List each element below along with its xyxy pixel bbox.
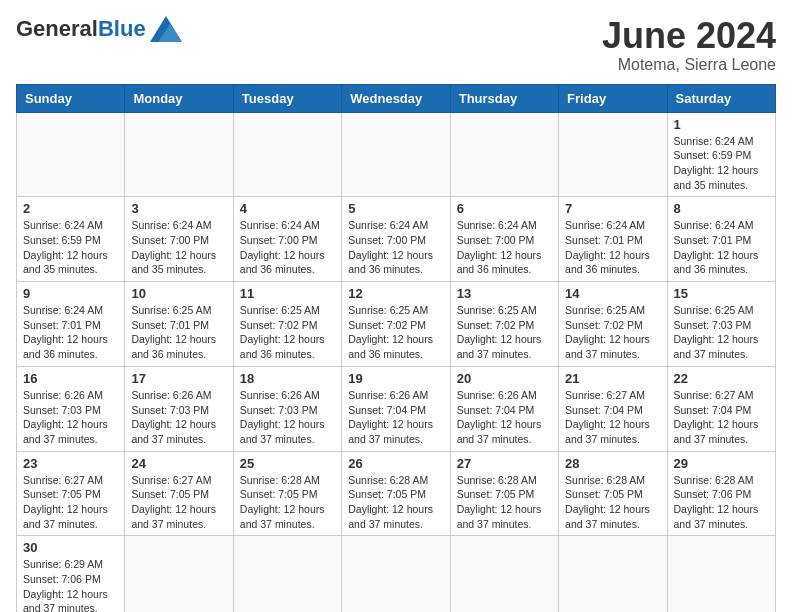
- table-row: 8Sunrise: 6:24 AMSunset: 7:01 PMDaylight…: [667, 197, 775, 282]
- table-row: 10Sunrise: 6:25 AMSunset: 7:01 PMDayligh…: [125, 282, 233, 367]
- table-row: [17, 112, 125, 197]
- table-row: 17Sunrise: 6:26 AMSunset: 7:03 PMDayligh…: [125, 366, 233, 451]
- table-row: 18Sunrise: 6:26 AMSunset: 7:03 PMDayligh…: [233, 366, 341, 451]
- calendar-week-row: 2Sunrise: 6:24 AMSunset: 6:59 PMDaylight…: [17, 197, 776, 282]
- table-row: [559, 536, 667, 612]
- calendar-week-row: 1Sunrise: 6:24 AMSunset: 6:59 PMDaylight…: [17, 112, 776, 197]
- table-row: [667, 536, 775, 612]
- table-row: [233, 536, 341, 612]
- calendar-table: Sunday Monday Tuesday Wednesday Thursday…: [16, 84, 776, 612]
- table-row: 23Sunrise: 6:27 AMSunset: 7:05 PMDayligh…: [17, 451, 125, 536]
- table-row: 6Sunrise: 6:24 AMSunset: 7:00 PMDaylight…: [450, 197, 558, 282]
- table-row: 26Sunrise: 6:28 AMSunset: 7:05 PMDayligh…: [342, 451, 450, 536]
- weekday-header-row: Sunday Monday Tuesday Wednesday Thursday…: [17, 84, 776, 112]
- logo-icon: [150, 16, 182, 42]
- table-row: 15Sunrise: 6:25 AMSunset: 7:03 PMDayligh…: [667, 282, 775, 367]
- table-row: [342, 112, 450, 197]
- header-saturday: Saturday: [667, 84, 775, 112]
- table-row: 2Sunrise: 6:24 AMSunset: 6:59 PMDaylight…: [17, 197, 125, 282]
- table-row: [450, 112, 558, 197]
- calendar-week-row: 30Sunrise: 6:29 AMSunset: 7:06 PMDayligh…: [17, 536, 776, 612]
- header-tuesday: Tuesday: [233, 84, 341, 112]
- table-row: 19Sunrise: 6:26 AMSunset: 7:04 PMDayligh…: [342, 366, 450, 451]
- table-row: 30Sunrise: 6:29 AMSunset: 7:06 PMDayligh…: [17, 536, 125, 612]
- table-row: 7Sunrise: 6:24 AMSunset: 7:01 PMDaylight…: [559, 197, 667, 282]
- table-row: 4Sunrise: 6:24 AMSunset: 7:00 PMDaylight…: [233, 197, 341, 282]
- table-row: 20Sunrise: 6:26 AMSunset: 7:04 PMDayligh…: [450, 366, 558, 451]
- table-row: 21Sunrise: 6:27 AMSunset: 7:04 PMDayligh…: [559, 366, 667, 451]
- calendar-page: GeneralBlue June 2024 Motema, Sierra Leo…: [0, 0, 792, 612]
- header-wednesday: Wednesday: [342, 84, 450, 112]
- logo-text: GeneralBlue: [16, 18, 146, 40]
- table-row: 27Sunrise: 6:28 AMSunset: 7:05 PMDayligh…: [450, 451, 558, 536]
- table-row: [125, 536, 233, 612]
- calendar-week-row: 9Sunrise: 6:24 AMSunset: 7:01 PMDaylight…: [17, 282, 776, 367]
- table-row: 24Sunrise: 6:27 AMSunset: 7:05 PMDayligh…: [125, 451, 233, 536]
- table-row: [342, 536, 450, 612]
- table-row: 29Sunrise: 6:28 AMSunset: 7:06 PMDayligh…: [667, 451, 775, 536]
- table-row: 11Sunrise: 6:25 AMSunset: 7:02 PMDayligh…: [233, 282, 341, 367]
- table-row: 25Sunrise: 6:28 AMSunset: 7:05 PMDayligh…: [233, 451, 341, 536]
- logo: GeneralBlue: [16, 16, 182, 42]
- table-row: [450, 536, 558, 612]
- title-area: June 2024 Motema, Sierra Leone: [602, 16, 776, 74]
- table-row: 9Sunrise: 6:24 AMSunset: 7:01 PMDaylight…: [17, 282, 125, 367]
- header-sunday: Sunday: [17, 84, 125, 112]
- table-row: [125, 112, 233, 197]
- table-row: 22Sunrise: 6:27 AMSunset: 7:04 PMDayligh…: [667, 366, 775, 451]
- table-row: 13Sunrise: 6:25 AMSunset: 7:02 PMDayligh…: [450, 282, 558, 367]
- logo-blue: Blue: [98, 16, 146, 41]
- calendar-week-row: 16Sunrise: 6:26 AMSunset: 7:03 PMDayligh…: [17, 366, 776, 451]
- header: GeneralBlue June 2024 Motema, Sierra Leo…: [16, 16, 776, 74]
- header-monday: Monday: [125, 84, 233, 112]
- table-row: 16Sunrise: 6:26 AMSunset: 7:03 PMDayligh…: [17, 366, 125, 451]
- header-thursday: Thursday: [450, 84, 558, 112]
- header-friday: Friday: [559, 84, 667, 112]
- table-row: [233, 112, 341, 197]
- subtitle: Motema, Sierra Leone: [602, 56, 776, 74]
- table-row: 12Sunrise: 6:25 AMSunset: 7:02 PMDayligh…: [342, 282, 450, 367]
- table-row: 3Sunrise: 6:24 AMSunset: 7:00 PMDaylight…: [125, 197, 233, 282]
- logo-general: General: [16, 16, 98, 41]
- table-row: 1Sunrise: 6:24 AMSunset: 6:59 PMDaylight…: [667, 112, 775, 197]
- table-row: 5Sunrise: 6:24 AMSunset: 7:00 PMDaylight…: [342, 197, 450, 282]
- table-row: 14Sunrise: 6:25 AMSunset: 7:02 PMDayligh…: [559, 282, 667, 367]
- table-row: [559, 112, 667, 197]
- table-row: 28Sunrise: 6:28 AMSunset: 7:05 PMDayligh…: [559, 451, 667, 536]
- calendar-week-row: 23Sunrise: 6:27 AMSunset: 7:05 PMDayligh…: [17, 451, 776, 536]
- month-title: June 2024: [602, 16, 776, 56]
